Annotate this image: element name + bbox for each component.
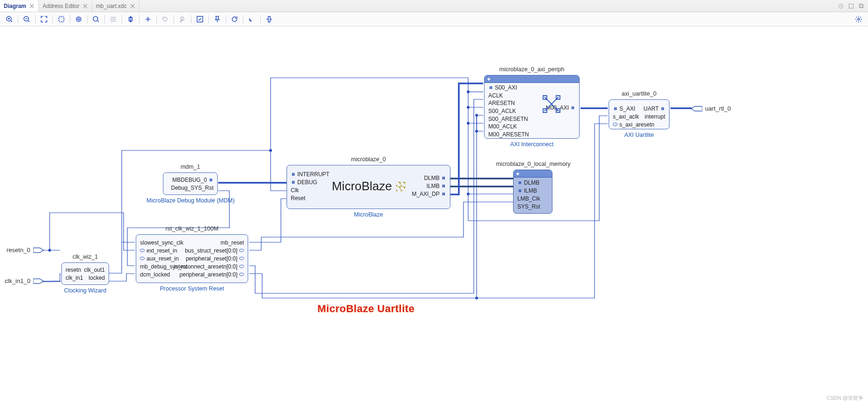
block-axi-interconnect[interactable]: microblaze_0_axi_periph S00_AXI ACLK ARE… [484, 75, 580, 139]
port-uart[interactable]: UART [644, 104, 669, 112]
interconnect-icon [542, 94, 561, 114]
pin-icon[interactable] [212, 14, 223, 25]
block-type-name: AXI Uartlite [609, 132, 669, 138]
zoom-out-icon[interactable] [21, 14, 32, 25]
block-rst[interactable]: rst_clk_wiz_1_100M slowest_sync_clk ext_… [136, 234, 248, 283]
port-interconn-aresetn[interactable]: interconnect_aresetn[0:0] [174, 262, 248, 270]
tab-label: Address Editor [43, 3, 80, 9]
port-ilmb[interactable]: ILMB [412, 182, 450, 190]
port-aclk[interactable]: ACLK [485, 92, 529, 100]
microblaze-logo: MicroBlaze [332, 179, 405, 194]
popout-icon[interactable] [858, 2, 865, 10]
svg-rect-3 [860, 5, 863, 8]
port-locked[interactable]: locked [84, 274, 109, 282]
port-peripheral-aresetn[interactable]: peripheral_aresetn[0:0] [174, 270, 248, 278]
port-dlmb[interactable]: DLMB [514, 179, 540, 187]
svg-rect-4 [860, 4, 863, 7]
port-m00-aresetn[interactable]: M00_ARESETN [485, 130, 529, 138]
block-type-name: AXI Interconnect [485, 141, 579, 148]
refresh-icon[interactable] [229, 14, 240, 25]
port-reset[interactable]: Reset [287, 194, 330, 202]
separator [226, 15, 226, 23]
port-label: clk_in1_0 [5, 277, 30, 284]
port-debug-sys-rst[interactable]: Debug_SYS_Rst [171, 184, 217, 192]
svg-point-16 [467, 90, 470, 93]
port-s00-aclk[interactable]: S00_ACLK [485, 107, 529, 115]
separator [174, 15, 174, 23]
svg-point-9 [78, 18, 80, 20]
block-clk-wiz[interactable]: clk_wiz_1 resetn clk_in1 clk_out1 locked… [61, 262, 109, 285]
port-clk-out1[interactable]: clk_out1 [84, 266, 109, 274]
port-s00-axi[interactable]: S00_AXI [485, 84, 529, 92]
block-type-name: MicroBlaze [287, 211, 450, 218]
port-interrupt[interactable]: INTERRUPT [287, 170, 330, 178]
block-instance-name: microblaze_0_axi_periph [485, 66, 579, 73]
svg-point-15 [269, 149, 272, 152]
port-debug[interactable]: DEBUG [287, 178, 330, 186]
port-interrupt[interactable]: interrupt [644, 112, 669, 120]
block-instance-name: microblaze_0 [287, 156, 450, 163]
overlay-title: MicroBlaze Uartlite [317, 303, 415, 315]
external-port-clk[interactable]: clk_in1_0 [5, 277, 44, 284]
tab-label: Diagram [4, 3, 26, 9]
port-clk-in1[interactable]: clk_in1 [62, 274, 83, 282]
port-sys-rst[interactable]: SYS_Rst [514, 202, 540, 210]
port-peripheral-reset[interactable]: peripheral_reset[0:0] [174, 254, 248, 262]
settings-gear-icon[interactable] [853, 14, 864, 25]
svg-point-14 [48, 249, 51, 252]
port-dlmb[interactable]: DLMB [412, 174, 450, 182]
zoom-area-icon[interactable] [56, 14, 67, 25]
port-m-axi-dp[interactable]: M_AXI_DP [412, 190, 450, 198]
close-icon[interactable] [82, 3, 88, 9]
block-axi-uartlite[interactable]: axi_uartlite_0 S_AXI s_axi_aclk s_axi_ar… [609, 99, 669, 129]
block-type-name: Processor System Reset [136, 285, 248, 292]
search-icon[interactable] [90, 14, 102, 25]
block-instance-name: microblaze_0_local_memory [486, 161, 580, 167]
block-microblaze[interactable]: microblaze_0 INTERRUPT DEBUG Clk Reset M… [287, 165, 450, 209]
port-label: resetn_0 [7, 246, 30, 254]
watermark: CSDN @张世争 [827, 395, 863, 402]
tab-address-editor[interactable]: Address Editor [39, 0, 92, 12]
align-icon[interactable] [264, 14, 275, 25]
zoom-fit-icon[interactable] [38, 14, 50, 25]
block-mdm[interactable]: mdm_1 MBDEBUG_0 Debug_SYS_Rst MicroBlaze… [163, 172, 218, 195]
validate-icon[interactable] [194, 14, 206, 25]
separator [70, 15, 70, 23]
auto-fit-icon[interactable] [73, 14, 84, 25]
block-instance-name: axi_uartlite_0 [609, 90, 669, 97]
maximize-icon[interactable] [847, 2, 855, 10]
port-label: uart_rtl_0 [705, 105, 731, 112]
port-bus-struct-reset[interactable]: bus_struct_reset[0:0] [174, 246, 248, 254]
port-ilmb[interactable]: ILMB [514, 187, 540, 194]
svg-point-13 [858, 18, 860, 20]
undo-icon[interactable] [160, 14, 171, 25]
tab-diagram[interactable]: Diagram [0, 0, 39, 12]
wrench-icon[interactable] [177, 14, 188, 25]
port-m00-aclk[interactable]: M00_ACLK [485, 123, 529, 131]
block-local-memory[interactable]: microblaze_0_local_memory DLMB ILMB LMB_… [513, 170, 552, 214]
route-icon[interactable] [246, 14, 257, 25]
svg-rect-2 [849, 4, 853, 8]
add-icon[interactable] [142, 14, 154, 25]
port-clk[interactable]: Clk [287, 186, 330, 194]
zoom-in-icon[interactable] [4, 14, 15, 25]
port-mb-reset[interactable]: mb_reset [174, 239, 248, 246]
port-lmb-clk[interactable]: LMB_Clk [514, 194, 540, 202]
collapse-v-icon[interactable] [125, 14, 136, 25]
tab-xdc[interactable]: mb_uart.xdc [92, 0, 140, 12]
separator [243, 15, 243, 23]
diagram-canvas[interactable]: resetn_0 clk_in1_0 uart_rtl_0 clk_wiz_1 … [0, 26, 868, 403]
collapse-h-icon[interactable] [108, 14, 119, 25]
separator [52, 15, 53, 23]
external-port-uart[interactable]: uart_rtl_0 [691, 105, 731, 112]
help-icon[interactable]: ? [837, 2, 845, 10]
svg-point-8 [76, 17, 81, 22]
separator [156, 15, 157, 23]
close-icon[interactable] [29, 3, 35, 9]
port-mbdebug[interactable]: MBDEBUG_0 [171, 176, 217, 184]
port-s00-aresetn[interactable]: S00_ARESETN [485, 115, 529, 123]
close-icon[interactable] [130, 3, 135, 9]
external-port-resetn[interactable]: resetn_0 [7, 246, 44, 254]
port-aresetn[interactable]: ARESETN [485, 99, 529, 107]
port-resetn[interactable]: resetn [62, 266, 83, 274]
